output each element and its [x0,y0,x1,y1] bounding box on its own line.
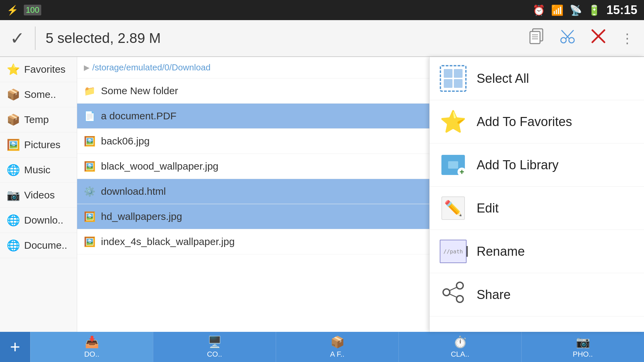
status-left-icons: ⚡ 100 [7,5,41,16]
rename-icon: //path Ⅰ [440,238,467,265]
copy-icon[interactable] [528,27,545,49]
videos-icon: 📷 [7,189,20,201]
edit-icon: ✏️ [440,195,467,222]
tab-pho[interactable]: 📷 PHO.. [521,332,644,362]
svg-point-14 [457,296,463,302]
tab-co-icon: 🖥️ [208,335,222,349]
check-icon[interactable]: ✓ [10,28,25,48]
action-bar-divider [35,26,36,50]
file-name-black-wood: black_wood_wallpaper.jpg [101,161,218,172]
img-icon-hd: 🖼️ [84,211,96,222]
current-path[interactable]: /storage/emulated/0/Download [92,62,211,73]
menu-label-rename: Rename [477,244,525,259]
img-icon-back06: 🖼️ [84,136,96,147]
temp-icon: 📦 [7,113,20,126]
file-name-some-new-folder: Some New folder [101,85,178,97]
tab-bar: + 📥 DO.. 🖥️ CO.. 📦 A F.. ⏱️ CLA.. 📷 PHO.… [0,332,644,362]
sidebar-label-documents: Docume.. [24,240,67,251]
pictures-icon: 🖼️ [7,138,20,151]
menu-item-share[interactable]: Share [430,273,644,316]
wifi-icon: 📶 [551,4,564,16]
status-bar: ⚡ 100 ⏰ 📶 📡 🔋 15:15 [0,0,644,20]
battery-full-icon: 🔋 [588,4,600,16]
tab-co-label: CO.. [207,350,222,359]
tab-af-icon: 📦 [330,335,344,349]
tab-af-label: A F.. [330,350,344,359]
sidebar-label-temp: Temp [24,114,49,125]
tab-do-label: DO.. [84,350,99,359]
select-all-icon [440,65,467,92]
usb-icon: ⚡ [7,5,18,16]
sidebar-label-favorites: Favorites [24,64,65,75]
file-name-download-html: download.html [101,186,166,197]
documents-icon: 🌐 [7,239,20,252]
action-bar-icons: ⋮ [528,27,634,49]
sidebar-item-favorites[interactable]: ⭐ Favorites [0,57,77,82]
svg-point-13 [457,282,463,289]
selection-info: 5 selected, 2.89 M [46,30,528,46]
downloads-icon: 🌐 [7,214,20,227]
tab-co[interactable]: 🖥️ CO.. [153,332,276,362]
tab-af[interactable]: 📦 A F.. [276,332,398,362]
file-name-a-document: a document.PDF [101,110,176,122]
favorites-icon: ⭐ [7,63,20,76]
main-content: ⭐ Favorites 📦 Some.. 📦 Temp 🖼️ Pictures … [0,57,644,332]
menu-label-edit: Edit [477,201,498,216]
some-icon: 📦 [7,88,20,101]
menu-item-select-all[interactable]: Select All [430,57,644,100]
file-name-back06: back06.jpg [101,135,150,147]
pdf-icon: 📄 [84,111,96,122]
menu-label-select-all: Select All [477,71,529,86]
sidebar-label-pictures: Pictures [24,139,60,150]
tab-do-icon: 📥 [85,335,99,349]
menu-item-add-to-library[interactable]: + Add To Library [430,143,644,187]
context-menu: Select All ⭐ Add To Favorites + Add To L… [429,57,644,332]
sidebar: ⭐ Favorites 📦 Some.. 📦 Temp 🖼️ Pictures … [0,57,77,332]
menu-label-add-to-library: Add To Library [477,158,558,172]
tab-cla-label: CLA.. [451,350,469,359]
folder-icon: 📁 [84,85,96,97]
tab-pho-icon: 📷 [576,335,590,349]
sidebar-label-downloads: Downlo.. [24,215,63,226]
menu-item-add-to-favorites[interactable]: ⭐ Add To Favorites [430,100,644,143]
add-tab-button[interactable]: + [0,332,30,362]
status-right-icons: ⏰ 📶 📡 🔋 15:15 [533,3,637,17]
img-icon-black-wood: 🖼️ [84,161,96,172]
menu-item-edit[interactable]: ✏️ Edit [430,187,644,230]
menu-item-rename[interactable]: //path Ⅰ Rename [430,230,644,273]
delete-icon[interactable] [590,27,607,49]
svg-line-17 [449,294,457,297]
alarm-icon: ⏰ [533,4,545,16]
tab-do[interactable]: 📥 DO.. [30,332,153,362]
sidebar-item-downloads[interactable]: 🌐 Downlo.. [0,208,77,233]
share-icon [440,281,467,308]
svg-line-16 [449,287,457,291]
menu-label-add-to-favorites: Add To Favorites [477,115,572,129]
cut-icon[interactable] [559,27,576,49]
path-arrow: ▶ [84,63,90,72]
more-icon[interactable]: ⋮ [621,31,634,46]
add-to-favorites-icon: ⭐ [440,108,467,135]
add-to-library-icon: + [440,152,467,178]
battery-icon: 100 [24,5,41,15]
music-icon: 🌐 [7,164,20,176]
signal-icon: 📡 [570,4,582,16]
sidebar-item-pictures[interactable]: 🖼️ Pictures [0,132,77,158]
menu-label-share: Share [477,288,511,302]
sidebar-item-documents[interactable]: 🌐 Docume.. [0,233,77,258]
svg-point-15 [443,289,450,296]
sidebar-item-temp[interactable]: 📦 Temp [0,107,77,132]
sidebar-label-videos: Videos [24,189,55,201]
sidebar-label-some: Some.. [24,89,56,100]
sidebar-item-videos[interactable]: 📷 Videos [0,183,77,208]
file-name-index-4s: index_4s_black_wallpaper.jpg [101,236,235,247]
sidebar-item-music[interactable]: 🌐 Music [0,158,77,183]
sidebar-label-music: Music [24,164,50,176]
svg-rect-1 [530,32,540,44]
file-name-hd-wallpapers: hd_wallpapers.jpg [101,211,182,222]
clock-time: 15:15 [606,3,637,17]
action-bar: ✓ 5 selected, 2.89 M [0,20,644,57]
img-icon-index: 🖼️ [84,236,96,247]
sidebar-item-some[interactable]: 📦 Some.. [0,82,77,107]
tab-cla[interactable]: ⏱️ CLA.. [398,332,521,362]
